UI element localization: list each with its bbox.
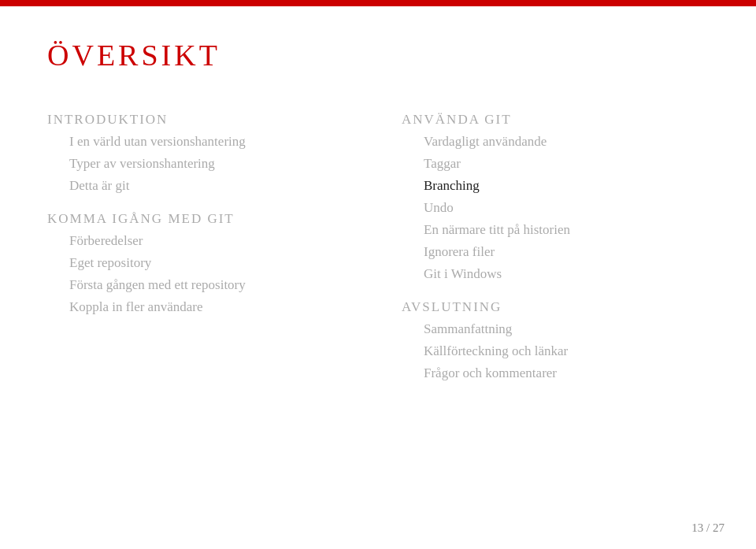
list-item: Förberedelser [47, 230, 354, 252]
list-item: Koppla in fler användare [47, 296, 354, 318]
section-heading: Introduktion [47, 112, 354, 128]
slide: Översikt IntroduktionI en värld utan ver… [0, 0, 756, 549]
left-column: IntroduktionI en värld utan versionshant… [47, 112, 354, 510]
section-heading: Komma igång med git [47, 211, 354, 227]
list-item: Eget repository [47, 252, 354, 274]
list-item: Sammanfattning [402, 318, 709, 340]
list-item: Typer av versionshantering [47, 153, 354, 175]
slide-title: Översikt [47, 38, 709, 72]
list-item: Ignorera filer [402, 241, 709, 263]
list-item: Taggar [402, 153, 709, 175]
section-heading: Använda git [402, 112, 709, 128]
list-item: Branching [402, 175, 709, 197]
list-item: En närmare titt på historien [402, 219, 709, 241]
list-item: Källförteckning och länkar [402, 340, 709, 362]
slide-footer: 13 / 27 [691, 521, 724, 535]
list-item: Undo [402, 197, 709, 219]
list-item: Git i Windows [402, 263, 709, 285]
right-column: Använda gitVardagligt användandeTaggarBr… [402, 112, 709, 510]
slide-content: Översikt IntroduktionI en värld utan ver… [0, 6, 756, 549]
list-item: Detta är git [47, 175, 354, 197]
list-item: Vardagligt användande [402, 131, 709, 153]
section-heading: Avslutning [402, 299, 709, 315]
list-item: Första gången med ett repository [47, 274, 354, 296]
red-bar [0, 0, 756, 6]
list-item: Frågor och kommentarer [402, 362, 709, 384]
columns: IntroduktionI en värld utan versionshant… [47, 112, 709, 510]
list-item: I en värld utan versionshantering [47, 131, 354, 153]
